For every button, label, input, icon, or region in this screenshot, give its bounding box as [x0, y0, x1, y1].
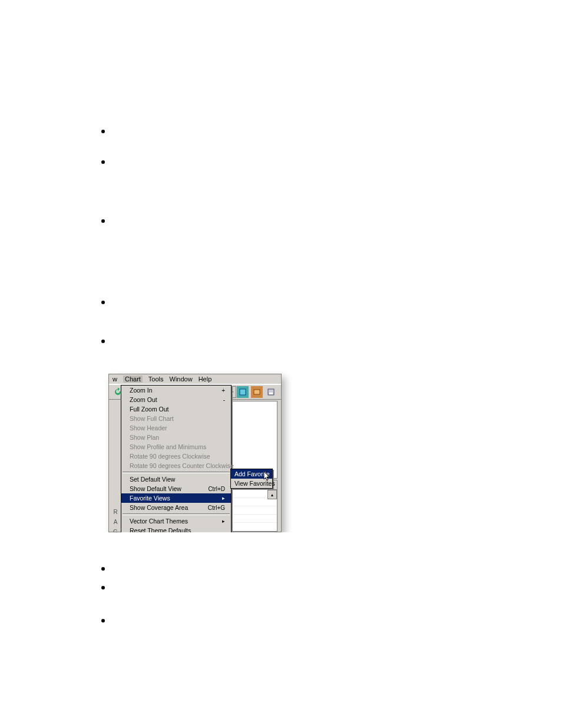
menu-item-label: Show Profile and Minimums — [130, 443, 206, 450]
left-strip-letter: A — [114, 519, 118, 525]
menu-item-show-header: Show Header — [121, 423, 231, 433]
menu-item-label: Show Header — [130, 424, 167, 431]
menu-item-zoom-out[interactable]: Zoom Out- — [121, 395, 231, 404]
menu-item-show-coverage-area[interactable]: Show Coverage AreaCtrl+G — [121, 503, 231, 512]
menu-item-vector-chart-themes[interactable]: Vector Chart Themes▸ — [121, 516, 231, 526]
menu-item-show-default-view[interactable]: Show Default ViewCtrl+D — [121, 484, 231, 493]
menubar-item-help[interactable]: Help — [199, 375, 212, 383]
scroll-up-button[interactable]: ▴ — [267, 490, 277, 499]
doc-bullet — [101, 340, 105, 343]
menu-item-reset-theme-defaults[interactable]: Reset Theme Defaults — [121, 526, 231, 532]
menu-item-label: Show Coverage Area — [130, 504, 188, 511]
menubar-item-tools[interactable]: Tools — [148, 375, 164, 383]
submenu-item-view-favorites[interactable]: View Favorites — [231, 479, 272, 488]
chart-menu: Zoom In+Zoom Out-Full Zoom OutShow Full … — [121, 385, 232, 532]
svg-rect-3 — [269, 393, 273, 394]
svg-rect-1 — [254, 390, 260, 394]
menu-item-label: Show Plan — [130, 434, 159, 441]
menu-item-show-profile-and-minimums: Show Profile and Minimums — [121, 442, 231, 452]
menu-shortcut: - — [223, 397, 225, 403]
menubar-item-chart[interactable]: Chart — [123, 375, 143, 383]
left-strip-letter: R — [113, 509, 117, 515]
menu-item-label: Zoom In — [130, 387, 153, 394]
menu-item-favorite-views[interactable]: Favorite Views▸ — [121, 493, 231, 503]
favorite-views-submenu: Add FavoriteView Favorites — [230, 469, 273, 489]
menu-item-set-default-view[interactable]: Set Default View — [121, 475, 231, 484]
submenu-arrow-icon: ▸ — [222, 518, 225, 524]
menu-item-rotate-90-degrees-counter-clockwise: Rotate 90 degrees Counter Clockwise — [121, 461, 231, 470]
menu-item-rotate-90-degrees-clockwise: Rotate 90 degrees Clockwise — [121, 452, 231, 461]
layers-icon[interactable] — [250, 386, 263, 398]
menu-separator — [123, 513, 230, 515]
menu-item-label: Show Full Chart — [130, 415, 174, 422]
menu-item-label: Favorite Views — [130, 495, 170, 502]
save-icon[interactable] — [265, 386, 277, 398]
submenu-arrow-icon: ▸ — [222, 495, 225, 501]
left-strip: RAGPG — [110, 509, 121, 532]
doc-bullet — [101, 219, 105, 223]
menu-item-label: Rotate 90 degrees Clockwise — [130, 453, 210, 460]
submenu-item-add-favorite[interactable]: Add Favorite — [231, 469, 272, 479]
left-strip-letter: G — [113, 529, 118, 532]
menu-shortcut: + — [222, 387, 225, 394]
map-icon[interactable] — [236, 386, 249, 398]
menu-item-label: Rotate 90 degrees Counter Clockwise — [130, 462, 234, 469]
menu-item-label: Reset Theme Defaults — [130, 527, 191, 532]
menu-shortcut: Ctrl+G — [208, 505, 225, 511]
doc-bullet — [101, 130, 105, 133]
menubar: wChartToolsWindowHelp — [109, 374, 281, 384]
screenshot-container: wChartToolsWindowHelp te ▾ Zoom In+Zoom … — [108, 374, 282, 532]
menu-item-label: Show Default View — [130, 485, 181, 492]
menu-item-label: Zoom Out — [130, 396, 157, 403]
svg-rect-0 — [240, 389, 246, 395]
menubar-item-w[interactable]: w — [113, 375, 117, 383]
menu-item-label: Full Zoom Out — [130, 406, 169, 413]
doc-bullet — [101, 160, 105, 164]
menu-item-show-plan: Show Plan — [121, 433, 231, 442]
menu-item-full-zoom-out[interactable]: Full Zoom Out — [121, 404, 231, 414]
app-window: wChartToolsWindowHelp te ▾ Zoom In+Zoom … — [108, 374, 282, 532]
doc-bullet — [101, 301, 105, 304]
menubar-item-window[interactable]: Window — [170, 375, 193, 383]
menu-item-zoom-in[interactable]: Zoom In+ — [121, 386, 231, 395]
menu-item-show-full-chart: Show Full Chart — [121, 414, 231, 423]
menu-item-label: Vector Chart Themes — [130, 518, 188, 525]
menu-item-label: Set Default View — [130, 476, 175, 483]
menu-separator — [123, 472, 230, 473]
menu-shortcut: Ctrl+D — [208, 486, 225, 492]
